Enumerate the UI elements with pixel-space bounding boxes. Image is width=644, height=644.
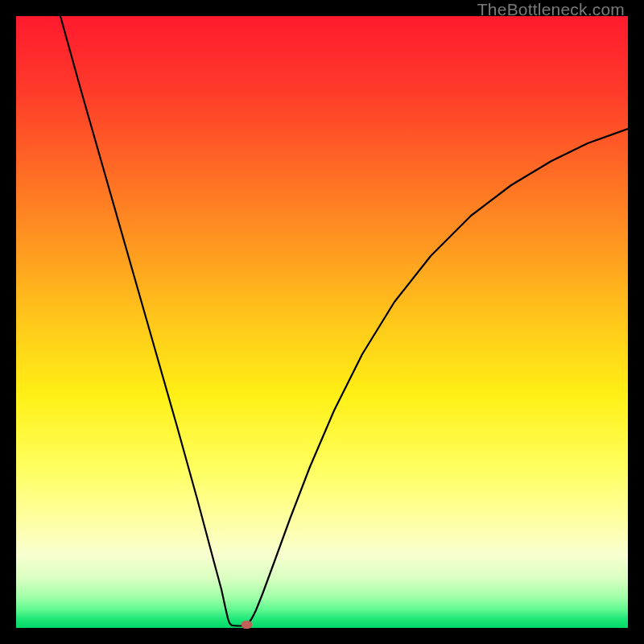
bottleneck-curve bbox=[16, 16, 628, 628]
chart-frame: TheBottleneck.com bbox=[0, 0, 644, 644]
optimal-point-marker bbox=[242, 621, 252, 629]
plot-area bbox=[16, 16, 628, 628]
